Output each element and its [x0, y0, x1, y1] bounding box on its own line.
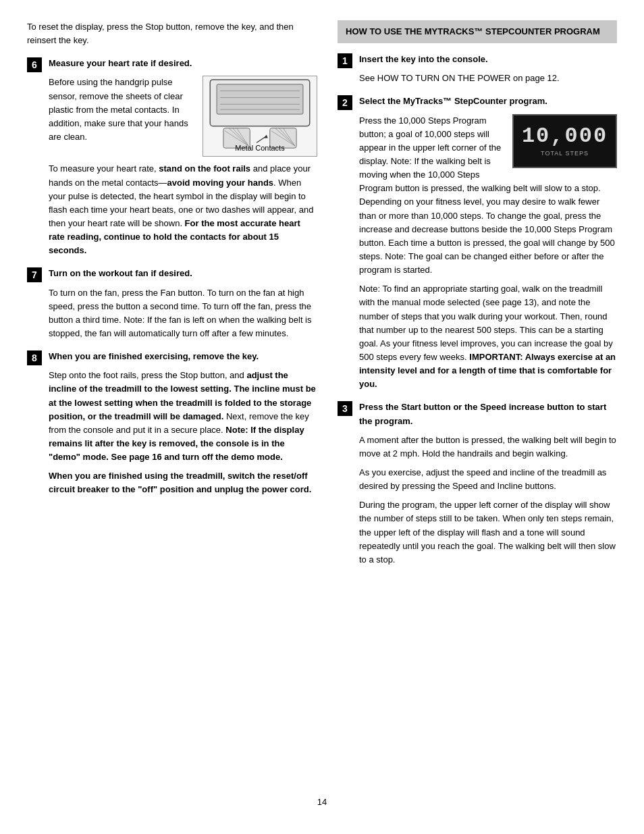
display-digits: 10,000 [522, 126, 608, 147]
step-8-number: 8 [27, 350, 42, 365]
right-step-2-title: Select the MyTracks™ StepCounter program… [359, 95, 617, 108]
step-6-para2: To measure your heart rate, stand on the… [49, 162, 317, 257]
step-6-content: Measure your heart rate if desired. [49, 57, 317, 257]
step-6-bold3: For the most accurate heart rate reading… [49, 218, 300, 255]
right-step-1: 1 Insert the key into the console. See H… [338, 53, 617, 85]
page: To reset the display, press the Stop but… [0, 0, 644, 834]
right-column: HOW TO USE THE MYTRACKS™ STEPCOUNTER PRO… [338, 20, 617, 783]
section-header: HOW TO USE THE MYTRACKS™ STEPCOUNTER PRO… [338, 20, 617, 43]
right-step-2: 2 Select the MyTracks™ StepCounter progr… [338, 95, 617, 391]
step-8-bold2: Note: If the display remains lit after t… [49, 425, 304, 462]
step-6-bold2: avoid moving your hands [167, 178, 273, 188]
right-step-2-para2: Depending on your fitness level, you may… [359, 195, 617, 277]
console-image-label: Metal Contacts [235, 144, 284, 152]
console-image: Metal Contacts [203, 76, 317, 157]
right-step-3-title: Press the Start button or the Speed incr… [359, 400, 617, 427]
right-step-3: 3 Press the Start button or the Speed in… [338, 400, 617, 567]
step-8-para2: When you are finished using the treadmil… [49, 469, 317, 496]
step-8-title: When you are finished exercising, remove… [49, 350, 317, 363]
step-7-title: Turn on the workout fan if desired. [49, 267, 317, 280]
right-step-2-para3: Note: To find an appropriate starting go… [359, 282, 617, 391]
left-column: To reset the display, press the Stop but… [27, 20, 317, 783]
right-step-3-number: 3 [338, 401, 352, 416]
right-step-3-para1: A moment after the button is pressed, th… [359, 434, 617, 461]
steps-display: 10,000 TOTAL STEPS [512, 114, 617, 168]
top-reset-text: To reset the display, press the Stop but… [27, 20, 317, 47]
right-step-2-number: 2 [338, 95, 352, 110]
step-8-bold1: adjust the incline of the treadmill to t… [49, 370, 316, 421]
display-label: TOTAL STEPS [541, 150, 589, 157]
step-6-title: Measure your heart rate if desired. [49, 57, 317, 70]
step-8-para1: Step onto the foot rails, press the Stop… [49, 369, 317, 464]
right-step-3-para3: During the program, the upper left corne… [359, 498, 617, 567]
step-7: 7 Turn on the workout fan if desired. To… [27, 267, 317, 340]
step-8: 8 When you are finished exercising, remo… [27, 350, 317, 496]
page-number: 14 [27, 797, 617, 807]
step-8-bold3: When you are finished using the treadmil… [49, 471, 311, 494]
right-step-1-para1: See HOW TO TURN ON THE POWER on page 12. [359, 72, 617, 85]
step-7-number: 7 [27, 267, 42, 282]
right-step-1-title: Insert the key into the console. [359, 53, 617, 66]
step-6-number: 6 [27, 57, 42, 72]
right-step-3-content: Press the Start button or the Speed incr… [359, 400, 617, 567]
step-8-content: When you are finished exercising, remove… [49, 350, 317, 496]
right-step-2-content: Select the MyTracks™ StepCounter program… [359, 95, 617, 391]
right-step-1-content: Insert the key into the console. See HOW… [359, 53, 617, 85]
right-step-1-number: 1 [338, 53, 352, 68]
right-step-2-bold1: IMPORTANT: Always exercise at an intensi… [359, 352, 616, 389]
step-6: 6 Measure your heart rate if desired. [27, 57, 317, 257]
step-6-body: Metal Contacts Before using the handgrip… [49, 76, 317, 162]
right-step-2-body: 10,000 TOTAL STEPS Press the 10,000 Step… [359, 114, 617, 196]
step-6-bold1: stand on the foot rails [159, 163, 250, 174]
right-step-3-para2: As you exercise, adjust the speed and in… [359, 466, 617, 493]
step-7-para1: To turn on the fan, press the Fan button… [49, 286, 317, 341]
svg-marker-17 [264, 135, 268, 138]
step-7-content: Turn on the workout fan if desired. To t… [49, 267, 317, 340]
